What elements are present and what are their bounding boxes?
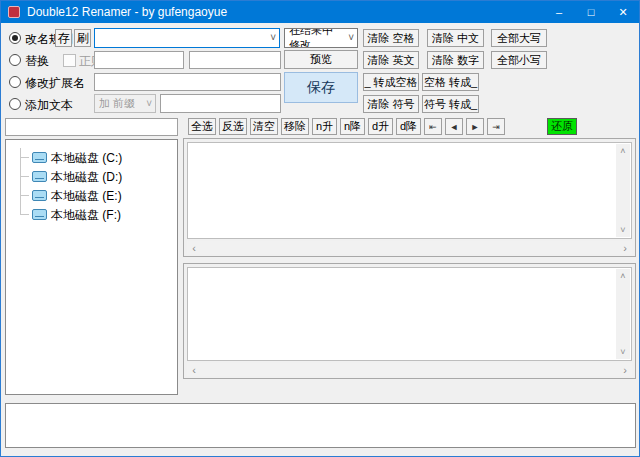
title-bar: Double12 Renamer - by gufengaoyue – □ ✕ xyxy=(1,1,639,23)
scroll-up-icon[interactable]: ˄ xyxy=(616,144,630,158)
radio-extension[interactable] xyxy=(9,76,21,88)
status-log-box xyxy=(5,403,636,448)
tree-item-drive-f[interactable]: 本地磁盘 (F:) xyxy=(6,205,177,224)
replace-label: 替换 xyxy=(25,53,49,70)
drive-icon xyxy=(32,171,47,182)
drive-tree: 本地磁盘 (C:) 本地磁盘 (D:) 本地磁盘 (E:) 本地磁盘 (F:) xyxy=(5,139,178,395)
modify-mode-value: 在结果中修改 xyxy=(289,28,343,48)
tree-item-drive-e[interactable]: 本地磁盘 (E:) xyxy=(6,186,177,205)
save-button[interactable]: 保存 xyxy=(284,72,358,103)
refresh-rule-button[interactable]: 刷 xyxy=(74,29,91,47)
sort-date-desc-button[interactable]: d降 xyxy=(396,118,421,135)
drive-label: 本地磁盘 (F:) xyxy=(51,207,121,224)
add-position-value: 加 前缀 xyxy=(99,96,135,111)
minimize-button[interactable]: – xyxy=(543,1,575,23)
store-rule-button[interactable]: 存 xyxy=(55,29,72,47)
chevron-down-icon: ˅ xyxy=(146,97,152,108)
chevron-down-icon: ˅ xyxy=(348,32,354,43)
clear-digits-button[interactable]: 清除 数字 xyxy=(427,51,484,69)
drive-label: 本地磁盘 (C:) xyxy=(51,150,122,167)
maximize-button[interactable]: □ xyxy=(575,1,607,23)
scroll-up-icon[interactable]: ˄ xyxy=(616,269,630,283)
clear-chinese-button[interactable]: 清除 中文 xyxy=(427,29,484,47)
vertical-scrollbar[interactable]: ˄ ˅ xyxy=(616,144,630,237)
horizontal-scrollbar[interactable]: ‹ › xyxy=(187,241,632,254)
drive-icon xyxy=(32,209,47,220)
app-window: Double12 Renamer - by gufengaoyue – □ ✕ … xyxy=(0,0,640,457)
clear-list-button[interactable]: 清空 xyxy=(250,118,278,135)
drive-icon xyxy=(32,152,47,163)
radio-add-text[interactable] xyxy=(9,98,21,110)
sort-name-desc-button[interactable]: n降 xyxy=(340,118,365,135)
scroll-down-icon[interactable]: ˅ xyxy=(616,345,630,359)
extension-label: 修改扩展名 xyxy=(25,75,85,92)
clear-spaces-button[interactable]: 清除 空格 xyxy=(363,29,419,47)
file-list-result[interactable]: ˄ ˅ ‹ › xyxy=(183,263,636,379)
restore-button[interactable]: 还原 xyxy=(547,118,577,135)
modify-mode-combobox[interactable]: 在结果中修改 ˅ xyxy=(284,28,358,48)
rule-pattern-combobox[interactable]: ˅ xyxy=(94,28,280,48)
radio-rename-rule[interactable] xyxy=(9,32,21,44)
add-text-input[interactable] xyxy=(160,94,281,113)
lowercase-all-button[interactable]: 全部小写 xyxy=(491,51,547,69)
horizontal-scrollbar[interactable]: ‹ › xyxy=(187,363,632,376)
drive-icon xyxy=(32,190,47,201)
drive-label: 本地磁盘 (D:) xyxy=(51,169,122,186)
clear-symbols-button[interactable]: 清除 符号 xyxy=(363,95,419,113)
remove-item-button[interactable]: 移除 xyxy=(281,118,309,135)
move-right-icon[interactable]: ► xyxy=(466,118,484,135)
sort-name-asc-button[interactable]: n升 xyxy=(312,118,337,135)
scroll-right-icon[interactable]: › xyxy=(618,241,632,254)
app-icon xyxy=(8,6,20,18)
tree-item-drive-c[interactable]: 本地磁盘 (C:) xyxy=(6,148,177,167)
window-title: Double12 Renamer - by gufengaoyue xyxy=(27,5,227,19)
move-last-icon[interactable]: ⇥ xyxy=(487,118,505,135)
space-to-underscore-button[interactable]: 空格 转成_ xyxy=(422,73,479,91)
scroll-left-icon[interactable]: ‹ xyxy=(187,363,201,376)
tree-item-drive-d[interactable]: 本地磁盘 (D:) xyxy=(6,167,177,186)
drive-label: 本地磁盘 (E:) xyxy=(51,188,122,205)
file-list-original[interactable]: ˄ ˅ ‹ › xyxy=(183,138,636,257)
find-input[interactable] xyxy=(94,51,184,69)
chevron-down-icon: ˅ xyxy=(270,32,276,43)
extension-input[interactable] xyxy=(94,73,281,91)
underscore-to-space-button[interactable]: _ 转成空格 xyxy=(363,73,419,91)
uppercase-all-button[interactable]: 全部大写 xyxy=(491,29,547,47)
radio-replace[interactable] xyxy=(9,54,21,66)
select-all-button[interactable]: 全选 xyxy=(188,118,216,135)
clear-english-button[interactable]: 清除 英文 xyxy=(363,51,419,69)
move-first-icon[interactable]: ⇤ xyxy=(424,118,442,135)
sort-date-asc-button[interactable]: d升 xyxy=(368,118,393,135)
scroll-down-icon[interactable]: ˅ xyxy=(616,223,630,237)
path-filter-input[interactable] xyxy=(5,118,178,136)
scroll-right-icon[interactable]: › xyxy=(618,363,632,376)
replace-with-input[interactable] xyxy=(189,51,281,69)
vertical-scrollbar[interactable]: ˄ ˅ xyxy=(616,269,630,359)
symbol-to-underscore-button[interactable]: 符号 转成_ xyxy=(422,95,479,113)
scroll-left-icon[interactable]: ‹ xyxy=(187,241,201,254)
close-button[interactable]: ✕ xyxy=(607,1,639,23)
move-left-icon[interactable]: ◄ xyxy=(445,118,463,135)
preview-button[interactable]: 预览 xyxy=(284,50,358,69)
invert-selection-button[interactable]: 反选 xyxy=(219,118,247,135)
add-position-dropdown[interactable]: 加 前缀 ˅ xyxy=(94,94,156,113)
add-text-label: 添加文本 xyxy=(25,97,73,114)
regex-checkbox[interactable] xyxy=(63,54,76,67)
